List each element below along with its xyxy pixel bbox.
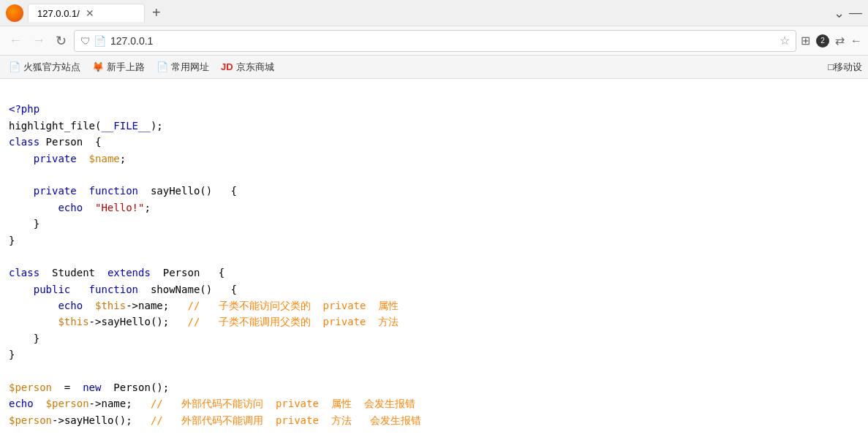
bookmark-star-icon[interactable]: ☆ <box>780 34 790 48</box>
bookmark-firefox[interactable]: 📄 火狐官方站点 <box>6 59 83 75</box>
minimize-button[interactable]: — <box>849 5 862 20</box>
history-back-icon[interactable]: ← <box>850 34 862 48</box>
bookmark-jd-label: 京东商城 <box>236 61 274 74</box>
firefox-logo <box>6 4 23 22</box>
tab-menu-button[interactable]: ⌄ <box>834 5 845 21</box>
bookmarks-bar: 📄 火狐官方站点 🦊 新手上路 📄 常用网址 JD 京东商城 □移动设 <box>0 56 868 79</box>
code-line1: highlight_file( <box>9 120 101 132</box>
bookmark-newbie-label: 新手上路 <box>107 61 145 74</box>
code-class-kw1: class <box>9 136 39 148</box>
bookmark-common-label: 常用网址 <box>171 61 209 74</box>
address-bar-icons: 🛡 📄 <box>80 35 106 47</box>
bookmark-firefox-label: 火狐官方站点 <box>23 61 80 74</box>
address-bar-right: ☆ <box>780 34 790 48</box>
code-display: <?php highlight_file(__FILE__); class Pe… <box>9 85 859 440</box>
bookmark-common[interactable]: 📄 常用网址 <box>154 59 212 75</box>
account-badge[interactable]: 2 <box>816 34 829 48</box>
bookmark-jd-icon: JD <box>221 61 233 72</box>
bookmark-newbie[interactable]: 🦊 新手上路 <box>89 59 148 75</box>
forward-button[interactable]: → <box>29 31 48 50</box>
bookmarks-mobile-btn[interactable]: □移动设 <box>828 61 862 74</box>
bookmark-newbie-icon: 🦊 <box>92 61 104 72</box>
active-tab[interactable]: 127.0.0.1/ ✕ <box>28 4 145 22</box>
page-icon: 📄 <box>94 35 106 47</box>
refresh-button[interactable]: ↻ <box>53 31 69 50</box>
address-text: 127.0.0.1 <box>110 35 775 47</box>
bookmark-jd[interactable]: JD 京东商城 <box>218 59 277 75</box>
shield-icon: 🛡 <box>80 35 91 47</box>
new-tab-button[interactable]: + <box>148 4 165 21</box>
tab-url: 127.0.0.1/ <box>37 8 80 19</box>
browser-titlebar: 127.0.0.1/ ✕ + ⌄ — <box>0 0 868 26</box>
bookmark-firefox-icon: 📄 <box>9 61 20 72</box>
extensions-icon[interactable]: ⊞ <box>801 34 810 48</box>
tab-close-button[interactable]: ✕ <box>86 7 94 19</box>
address-bar[interactable]: 🛡 📄 127.0.0.1 ☆ <box>74 30 796 52</box>
browser-navbar: ← → ↻ 🛡 📄 127.0.0.1 ☆ ⊞ 2 ⇄ ← <box>0 26 868 56</box>
tab-bar: 127.0.0.1/ ✕ + <box>28 4 426 22</box>
page-content: <?php highlight_file(__FILE__); class Pe… <box>0 79 868 440</box>
back-button[interactable]: ← <box>6 31 25 50</box>
php-open-tag: <?php <box>9 103 39 115</box>
toolbar-right: ⊞ 2 ⇄ ← <box>801 34 862 48</box>
sync-icon[interactable]: ⇄ <box>835 34 845 48</box>
bookmark-common-icon: 📄 <box>156 61 168 72</box>
